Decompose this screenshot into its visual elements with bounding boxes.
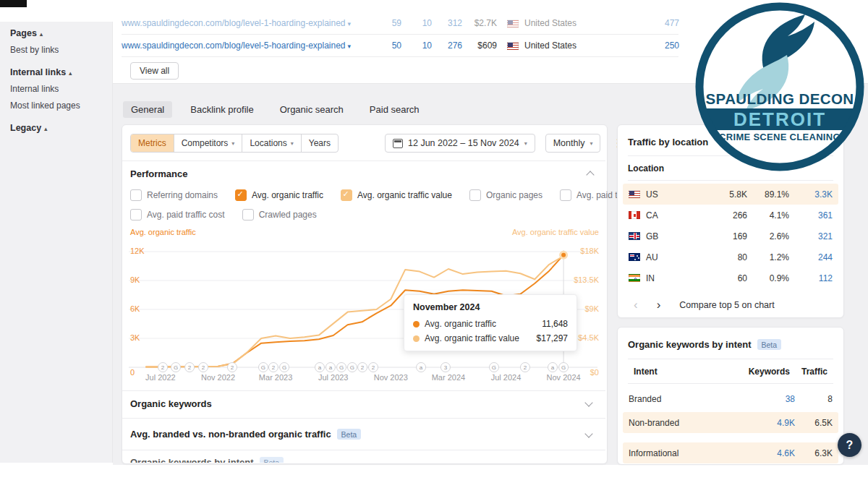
url-link[interactable]: www.spauldingdecon.com/blog/level-5-hoar… — [122, 40, 371, 51]
checkbox-crawled-pages[interactable]: Crawled pages — [242, 209, 317, 221]
keywords-link[interactable]: 361 — [789, 210, 833, 221]
traffic-share: 1.2% — [747, 252, 789, 262]
country-label: United States — [524, 40, 576, 51]
tab-paid-search[interactable]: Paid search — [362, 101, 427, 118]
svg-text:2: 2 — [231, 364, 234, 371]
beta-badge: Beta — [337, 429, 362, 440]
organic-keywords-by-intent-section[interactable]: Organic keywords by intent Beta — [130, 457, 605, 463]
sidebar-header-internal-links[interactable]: Internal links▴ — [0, 67, 112, 77]
ca-flag-icon — [629, 211, 640, 219]
checkbox-label: Referring domains — [147, 190, 218, 200]
next-page-icon[interactable]: › — [657, 298, 661, 312]
location-row-gb[interactable]: GB 169 2.6% 321 — [623, 226, 838, 247]
checkbox-referring-domains[interactable]: Referring domains — [130, 189, 218, 201]
checkbox-icon[interactable] — [130, 209, 142, 221]
left-axis-title: Avg. organic traffic — [130, 228, 196, 236]
cell-value[interactable]: 250 — [616, 40, 679, 51]
column-header-traffic: Traffic — [790, 367, 827, 377]
url-link[interactable]: www.spauldingdecon.com/blog/level-1-hoar… — [122, 18, 371, 28]
keywords-link[interactable]: 112 — [789, 273, 833, 283]
cell-value[interactable]: 10 — [401, 18, 432, 28]
cell-value: $609 — [462, 40, 497, 51]
metrics-button[interactable]: Metrics — [131, 134, 174, 152]
keywords-link[interactable]: 321 — [789, 231, 833, 241]
chevron-down-icon[interactable]: ▾ — [348, 43, 352, 50]
checkbox-avg-paid-traffic-cost[interactable]: Avg. paid traffic cost — [130, 209, 225, 221]
checkbox-icon[interactable] — [235, 189, 247, 201]
help-button[interactable]: ? — [838, 433, 861, 457]
intent-row-non-branded[interactable]: Non-branded 4.9K 6.5K — [623, 412, 838, 433]
divider — [122, 418, 605, 419]
svg-text:2: 2 — [272, 364, 276, 371]
chevron-down-icon: ▾ — [590, 140, 592, 147]
logo-tagline: CRIME SCENE CLEANING — [719, 132, 841, 142]
row-divider — [122, 56, 678, 57]
competitors-dropdown[interactable]: Competitors▾ — [174, 134, 243, 152]
cell-value[interactable]: 312 — [432, 18, 462, 28]
sidebar-item-most-linked-pages[interactable]: Most linked pages — [0, 100, 112, 111]
tab-general[interactable]: General — [123, 101, 172, 118]
gb-flag-icon — [629, 232, 640, 240]
sidebar-item-best-by-links[interactable]: Best by links — [0, 45, 112, 55]
cell-value[interactable]: 276 — [432, 40, 462, 51]
svg-text:2: 2 — [524, 364, 527, 371]
url-text: www.spauldingdecon.com/blog/level-1-hoar… — [122, 18, 346, 28]
keywords-link[interactable]: 4.6K — [744, 448, 795, 458]
years-button[interactable]: Years — [302, 134, 338, 152]
tab-organic-search[interactable]: Organic search — [272, 101, 352, 118]
checkbox-label: Crawled pages — [259, 210, 317, 220]
checkbox-icon[interactable] — [242, 209, 254, 221]
traffic-value: 5.8K — [705, 189, 747, 200]
cell-value[interactable]: 477 — [616, 18, 679, 28]
view-all-button[interactable]: View all — [130, 62, 179, 80]
au-flag-icon — [629, 253, 640, 261]
keywords-link[interactable]: 4.9K — [744, 418, 795, 428]
keywords-link[interactable]: 38 — [744, 394, 795, 404]
keywords-link[interactable]: 244 — [789, 252, 833, 262]
date-range-picker[interactable]: 12 Jun 2022 – 15 Nov 2024 ▾ — [385, 134, 535, 153]
intent-label: Informational — [629, 448, 744, 458]
us-flag-icon — [629, 190, 640, 198]
divider — [122, 450, 605, 450]
traffic-value: 60 — [705, 273, 747, 283]
chart-toolbar: Metrics Competitors▾ Locations▾ Years 12… — [130, 134, 623, 153]
cell-value[interactable]: 59 — [371, 18, 401, 28]
location-row-ca[interactable]: CA 266 4.1% 361 — [623, 205, 838, 226]
beta-badge: Beta — [757, 339, 782, 350]
checkbox-organic-pages[interactable]: Organic pages — [469, 189, 542, 201]
tooltip-label: Avg. organic traffic value — [425, 333, 532, 343]
tooltip-label: Avg. organic traffic — [425, 319, 537, 329]
sidebar-header-legacy[interactable]: Legacy▴ — [0, 123, 112, 133]
checkbox-icon[interactable] — [469, 189, 481, 201]
intent-row-informational[interactable]: Informational 4.6K 6.3K — [623, 442, 838, 463]
compare-top5-link[interactable]: Compare top 5 on chart — [679, 300, 774, 310]
sidebar-header-pages[interactable]: Pages▴ — [0, 28, 112, 38]
granularity-label: Monthly — [553, 138, 585, 148]
checkbox-icon[interactable] — [560, 189, 571, 201]
checkbox-label: Avg. organic traffic value — [357, 190, 452, 200]
prev-page-icon[interactable]: ‹ — [634, 298, 638, 312]
divider — [122, 160, 605, 161]
keywords-link[interactable]: 3.3K — [789, 189, 833, 200]
cell-value[interactable]: 10 — [401, 40, 432, 51]
checkbox-avg-organic-traffic[interactable]: Avg. organic traffic — [235, 189, 323, 201]
checkbox-icon[interactable] — [341, 189, 352, 201]
chevron-down-icon: ▾ — [291, 140, 294, 147]
granularity-dropdown[interactable]: Monthly ▾ — [545, 134, 601, 153]
chevron-down-icon[interactable]: ▾ — [348, 20, 352, 27]
cell-value[interactable]: 50 — [371, 40, 401, 51]
sidebar-item-internal-links[interactable]: Internal links — [0, 84, 112, 94]
intent-row-branded[interactable]: Branded 38 8 — [623, 388, 838, 409]
location-row-in[interactable]: IN 60 0.9% 112 — [623, 267, 838, 288]
tab-backlink-profile[interactable]: Backlink profile — [182, 101, 261, 118]
organic-keywords-section[interactable]: Organic keywords — [130, 398, 212, 409]
branded-vs-nonbranded-section[interactable]: Avg. branded vs. non-branded organic tra… — [130, 429, 361, 440]
checkbox-avg-organic-traffic-value[interactable]: Avg. organic traffic value — [341, 189, 452, 201]
location-row-us[interactable]: US 5.8K 89.1% 3.3K — [623, 184, 838, 205]
traffic-value: 6.3K — [795, 448, 833, 458]
location-row-au[interactable]: AU 80 1.2% 244 — [623, 247, 838, 267]
locations-dropdown[interactable]: Locations▾ — [242, 134, 301, 152]
checkbox-icon[interactable] — [130, 189, 142, 201]
url-text: www.spauldingdecon.com/blog/level-5-hoar… — [122, 40, 346, 51]
svg-text:G: G — [282, 364, 286, 371]
